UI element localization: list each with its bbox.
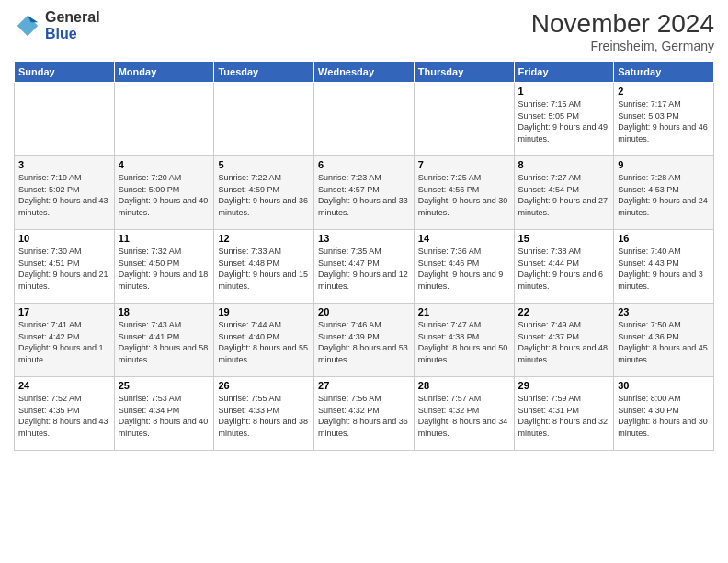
day-info: Sunrise: 7:43 AM Sunset: 4:41 PM Dayligh… (119, 319, 210, 365)
day-number: 8 (518, 159, 610, 170)
day-number: 25 (119, 380, 210, 391)
day-number: 2 (618, 86, 710, 97)
table-cell: 8Sunrise: 7:27 AM Sunset: 4:54 PM Daylig… (514, 156, 614, 230)
table-cell: 12Sunrise: 7:33 AM Sunset: 4:48 PM Dayli… (214, 230, 314, 304)
calendar-week-2: 3Sunrise: 7:19 AM Sunset: 5:02 PM Daylig… (15, 156, 714, 230)
col-tuesday: Tuesday (214, 62, 314, 83)
table-cell: 27Sunrise: 7:56 AM Sunset: 4:32 PM Dayli… (314, 377, 415, 451)
table-cell: 25Sunrise: 7:53 AM Sunset: 4:34 PM Dayli… (114, 377, 214, 451)
day-info: Sunrise: 7:46 AM Sunset: 4:39 PM Dayligh… (318, 319, 410, 365)
day-number: 16 (618, 233, 710, 244)
day-info: Sunrise: 7:15 AM Sunset: 5:05 PM Dayligh… (518, 98, 610, 144)
day-info: Sunrise: 7:53 AM Sunset: 4:34 PM Dayligh… (119, 393, 210, 439)
day-number: 28 (418, 380, 510, 391)
day-info: Sunrise: 7:57 AM Sunset: 4:32 PM Dayligh… (418, 393, 510, 439)
day-info: Sunrise: 7:19 AM Sunset: 5:02 PM Dayligh… (18, 172, 110, 218)
calendar-week-5: 24Sunrise: 7:52 AM Sunset: 4:35 PM Dayli… (15, 377, 714, 451)
day-number: 4 (119, 159, 210, 170)
table-cell: 29Sunrise: 7:59 AM Sunset: 4:31 PM Dayli… (514, 377, 614, 451)
calendar-week-4: 17Sunrise: 7:41 AM Sunset: 4:42 PM Dayli… (15, 304, 714, 377)
table-cell: 18Sunrise: 7:43 AM Sunset: 4:41 PM Dayli… (114, 304, 214, 377)
day-info: Sunrise: 7:36 AM Sunset: 4:46 PM Dayligh… (418, 246, 510, 292)
col-thursday: Thursday (414, 62, 514, 83)
day-number: 24 (18, 380, 110, 391)
day-number: 19 (218, 306, 310, 317)
day-number: 10 (18, 233, 110, 244)
table-cell: 3Sunrise: 7:19 AM Sunset: 5:02 PM Daylig… (15, 156, 115, 230)
day-number: 3 (18, 159, 110, 170)
day-number: 6 (318, 159, 410, 170)
logo-icon (14, 12, 41, 40)
day-number: 29 (518, 380, 610, 391)
day-info: Sunrise: 7:23 AM Sunset: 4:57 PM Dayligh… (318, 172, 410, 218)
day-info: Sunrise: 7:17 AM Sunset: 5:03 PM Dayligh… (618, 98, 710, 144)
calendar-table: Sunday Monday Tuesday Wednesday Thursday… (14, 61, 714, 451)
day-number: 7 (418, 159, 510, 170)
table-cell: 7Sunrise: 7:25 AM Sunset: 4:56 PM Daylig… (414, 156, 514, 230)
day-info: Sunrise: 7:47 AM Sunset: 4:38 PM Dayligh… (418, 319, 510, 365)
table-cell: 17Sunrise: 7:41 AM Sunset: 4:42 PM Dayli… (15, 304, 115, 377)
table-cell: 10Sunrise: 7:30 AM Sunset: 4:51 PM Dayli… (15, 230, 115, 304)
day-number: 15 (518, 233, 610, 244)
table-cell: 14Sunrise: 7:36 AM Sunset: 4:46 PM Dayli… (414, 230, 514, 304)
day-info: Sunrise: 7:20 AM Sunset: 5:00 PM Dayligh… (119, 172, 210, 218)
day-number: 30 (618, 380, 710, 391)
table-cell: 15Sunrise: 7:38 AM Sunset: 4:44 PM Dayli… (514, 230, 614, 304)
table-cell: 11Sunrise: 7:32 AM Sunset: 4:50 PM Dayli… (114, 230, 214, 304)
table-cell: 9Sunrise: 7:28 AM Sunset: 4:53 PM Daylig… (614, 156, 714, 230)
logo-general: General (45, 9, 100, 26)
logo: General Blue (14, 9, 100, 41)
day-number: 9 (618, 159, 710, 170)
table-cell: 21Sunrise: 7:47 AM Sunset: 4:38 PM Dayli… (414, 304, 514, 377)
day-number: 1 (518, 86, 610, 97)
day-info: Sunrise: 8:00 AM Sunset: 4:30 PM Dayligh… (618, 393, 710, 439)
table-cell: 24Sunrise: 7:52 AM Sunset: 4:35 PM Dayli… (15, 377, 115, 451)
table-cell: 30Sunrise: 8:00 AM Sunset: 4:30 PM Dayli… (614, 377, 714, 451)
day-number: 20 (318, 306, 410, 317)
table-cell: 6Sunrise: 7:23 AM Sunset: 4:57 PM Daylig… (314, 156, 415, 230)
table-cell (15, 83, 115, 156)
calendar-week-1: 1Sunrise: 7:15 AM Sunset: 5:05 PM Daylig… (15, 83, 714, 156)
day-number: 17 (18, 306, 110, 317)
day-number: 27 (318, 380, 410, 391)
table-cell: 22Sunrise: 7:49 AM Sunset: 4:37 PM Dayli… (514, 304, 614, 377)
day-number: 14 (418, 233, 510, 244)
col-sunday: Sunday (15, 62, 115, 83)
day-info: Sunrise: 7:41 AM Sunset: 4:42 PM Dayligh… (18, 319, 110, 365)
calendar-header-row: Sunday Monday Tuesday Wednesday Thursday… (15, 62, 714, 83)
day-info: Sunrise: 7:59 AM Sunset: 4:31 PM Dayligh… (518, 393, 610, 439)
table-cell: 2Sunrise: 7:17 AM Sunset: 5:03 PM Daylig… (614, 83, 714, 156)
day-info: Sunrise: 7:27 AM Sunset: 4:54 PM Dayligh… (518, 172, 610, 218)
day-info: Sunrise: 7:25 AM Sunset: 4:56 PM Dayligh… (418, 172, 510, 218)
day-info: Sunrise: 7:33 AM Sunset: 4:48 PM Dayligh… (218, 246, 310, 292)
day-info: Sunrise: 7:30 AM Sunset: 4:51 PM Dayligh… (18, 246, 110, 292)
col-saturday: Saturday (614, 62, 714, 83)
title-block: November 2024 Freinsheim, Germany (531, 9, 714, 53)
logo-blue: Blue (45, 26, 100, 42)
svg-marker-0 (17, 15, 39, 36)
day-info: Sunrise: 7:32 AM Sunset: 4:50 PM Dayligh… (119, 246, 210, 292)
day-number: 21 (418, 306, 510, 317)
table-cell: 1Sunrise: 7:15 AM Sunset: 5:05 PM Daylig… (514, 83, 614, 156)
day-info: Sunrise: 7:44 AM Sunset: 4:40 PM Dayligh… (218, 319, 310, 365)
location-subtitle: Freinsheim, Germany (531, 39, 714, 53)
day-number: 13 (318, 233, 410, 244)
calendar-week-3: 10Sunrise: 7:30 AM Sunset: 4:51 PM Dayli… (15, 230, 714, 304)
day-info: Sunrise: 7:52 AM Sunset: 4:35 PM Dayligh… (18, 393, 110, 439)
day-number: 5 (218, 159, 310, 170)
day-number: 18 (119, 306, 210, 317)
table-cell: 4Sunrise: 7:20 AM Sunset: 5:00 PM Daylig… (114, 156, 214, 230)
col-monday: Monday (114, 62, 214, 83)
day-info: Sunrise: 7:38 AM Sunset: 4:44 PM Dayligh… (518, 246, 610, 292)
day-number: 26 (218, 380, 310, 391)
table-cell: 20Sunrise: 7:46 AM Sunset: 4:39 PM Dayli… (314, 304, 415, 377)
table-cell (414, 83, 514, 156)
day-info: Sunrise: 7:49 AM Sunset: 4:37 PM Dayligh… (518, 319, 610, 365)
day-info: Sunrise: 7:56 AM Sunset: 4:32 PM Dayligh… (318, 393, 410, 439)
day-number: 22 (518, 306, 610, 317)
day-info: Sunrise: 7:35 AM Sunset: 4:47 PM Dayligh… (318, 246, 410, 292)
table-cell: 26Sunrise: 7:55 AM Sunset: 4:33 PM Dayli… (214, 377, 314, 451)
table-cell (114, 83, 214, 156)
table-cell: 16Sunrise: 7:40 AM Sunset: 4:43 PM Dayli… (614, 230, 714, 304)
day-info: Sunrise: 7:55 AM Sunset: 4:33 PM Dayligh… (218, 393, 310, 439)
